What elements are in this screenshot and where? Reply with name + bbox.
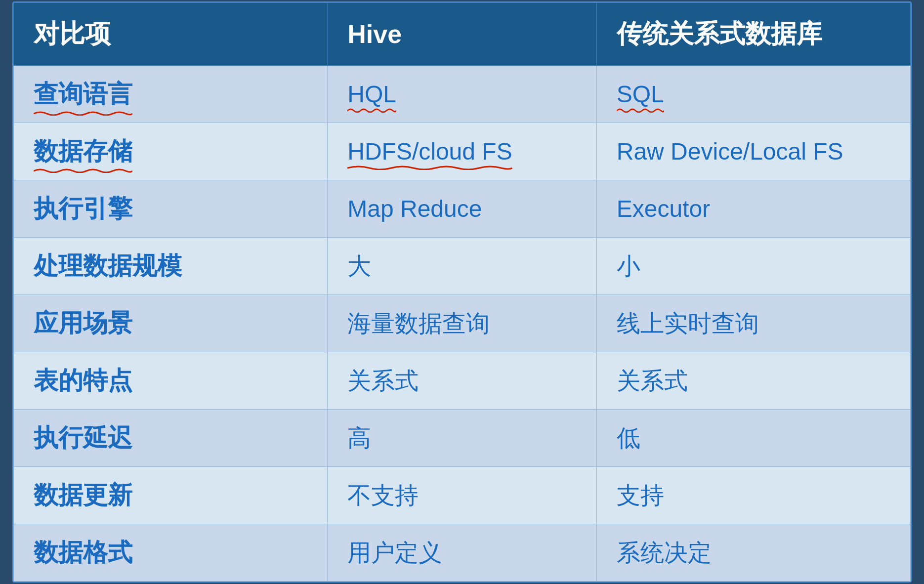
table-row-table-feature: 表的特点关系式关系式 [14, 352, 911, 410]
cell-text-query-lang-col2: HQL [347, 81, 396, 108]
table-row-data-update: 数据更新不支持支持 [14, 467, 911, 524]
cell-exec-engine-col1: 执行引擎 [14, 180, 328, 238]
cell-text-data-storage-col1: 数据存储 [34, 135, 132, 168]
table-row-data-scale: 处理数据规模大小 [14, 238, 911, 295]
cell-query-lang-col3: SQL [596, 66, 910, 123]
table-row-use-case: 应用场景海量数据查询线上实时查询 [14, 295, 911, 352]
cell-data-scale-col2: 大 [328, 238, 597, 295]
header-col2: Hive [328, 3, 597, 66]
table-row-query-lang: 查询语言HQLSQL [14, 66, 911, 123]
table-row-exec-delay: 执行延迟高低 [14, 410, 911, 467]
cell-table-feature-col3: 关系式 [596, 352, 910, 410]
header-col3: 传统关系式数据库 [596, 3, 910, 66]
cell-data-format-col2: 用户定义 [328, 524, 597, 582]
cell-table-feature-col2: 关系式 [328, 352, 597, 410]
cell-exec-delay-col1: 执行延迟 [14, 410, 328, 467]
cell-data-update-col3: 支持 [596, 467, 910, 524]
cell-use-case-col1: 应用场景 [14, 295, 328, 352]
comparison-table: 对比项 Hive 传统关系式数据库 查询语言HQLSQL数据存储HDFS/clo… [13, 2, 911, 582]
cell-text-query-lang-col1: 查询语言 [34, 78, 132, 111]
cell-exec-engine-col3: Executor [596, 180, 910, 238]
cell-data-storage-col1: 数据存储 [14, 123, 328, 180]
cell-data-format-col1: 数据格式 [14, 524, 328, 582]
cell-use-case-col3: 线上实时查询 [596, 295, 910, 352]
cell-data-storage-col2: HDFS/cloud FS [328, 123, 597, 180]
cell-query-lang-col1: 查询语言 [14, 66, 328, 123]
comparison-table-container: 对比项 Hive 传统关系式数据库 查询语言HQLSQL数据存储HDFS/clo… [12, 1, 912, 583]
cell-data-update-col1: 数据更新 [14, 467, 328, 524]
header-col1: 对比项 [14, 3, 328, 66]
cell-text-data-storage-col2: HDFS/cloud FS [347, 138, 512, 165]
table-header-row: 对比项 Hive 传统关系式数据库 [14, 3, 911, 66]
cell-data-storage-col3: Raw Device/Local FS [596, 123, 910, 180]
cell-table-feature-col1: 表的特点 [14, 352, 328, 410]
cell-exec-delay-col3: 低 [596, 410, 910, 467]
table-row-exec-engine: 执行引擎Map ReduceExecutor [14, 180, 911, 238]
cell-data-update-col2: 不支持 [328, 467, 597, 524]
cell-query-lang-col2: HQL [328, 66, 597, 123]
cell-text-query-lang-col3: SQL [617, 81, 664, 108]
cell-data-format-col3: 系统决定 [596, 524, 910, 582]
cell-data-scale-col1: 处理数据规模 [14, 238, 328, 295]
cell-exec-delay-col2: 高 [328, 410, 597, 467]
table-row-data-format: 数据格式用户定义系统决定 [14, 524, 911, 582]
cell-exec-engine-col2: Map Reduce [328, 180, 597, 238]
table-row-data-storage: 数据存储HDFS/cloud FSRaw Device/Local FS [14, 123, 911, 180]
cell-data-scale-col3: 小 [596, 238, 910, 295]
cell-use-case-col2: 海量数据查询 [328, 295, 597, 352]
